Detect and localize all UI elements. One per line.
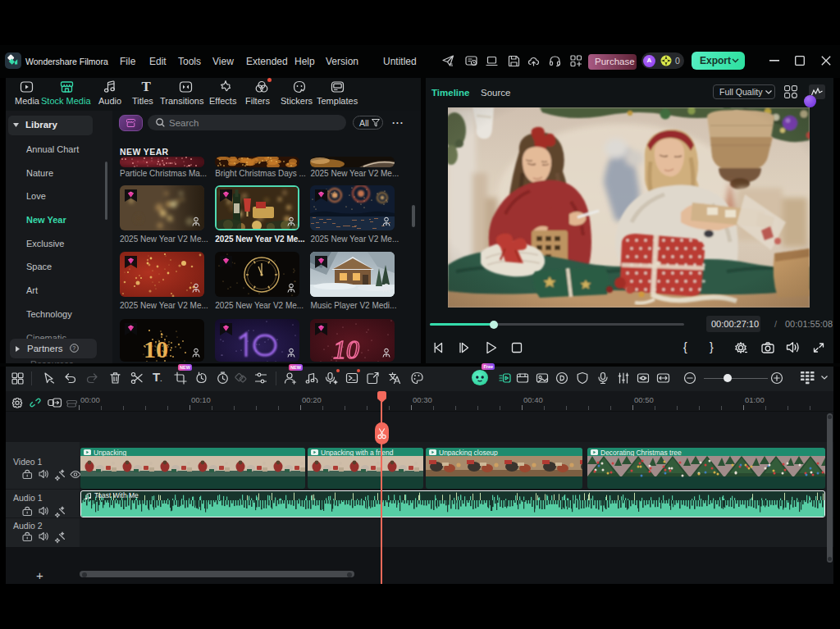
svg-text:10: 10: [333, 335, 359, 362]
svg-text:10: 10: [144, 335, 168, 362]
svg-text:?: ?: [72, 345, 75, 351]
